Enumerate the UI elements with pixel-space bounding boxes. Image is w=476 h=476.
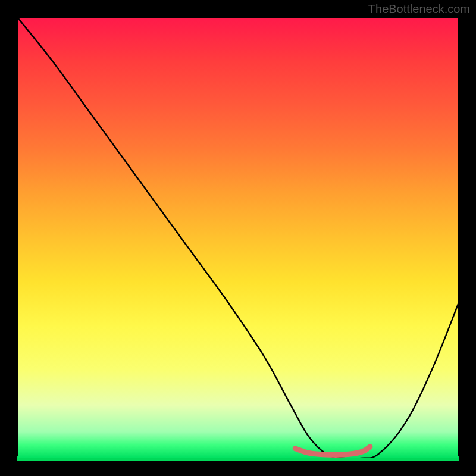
watermark-text: TheBottleneck.com bbox=[368, 2, 470, 16]
flat-bottom-highlight-path bbox=[295, 447, 370, 455]
plot-area bbox=[18, 18, 458, 458]
bottleneck-curve-path bbox=[18, 18, 458, 458]
chart-svg bbox=[18, 18, 458, 458]
